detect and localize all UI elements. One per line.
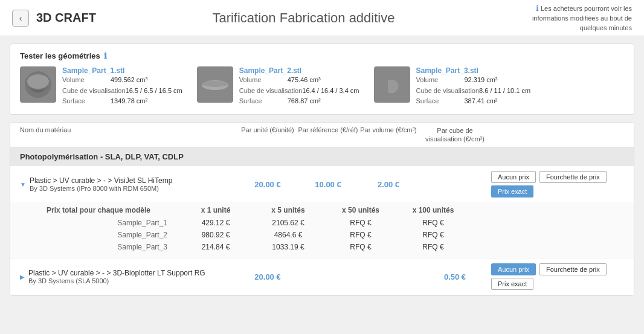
- main-content: Tester les géométries ℹ Sample_Part_1.st…: [0, 36, 644, 303]
- no-price-btn-1[interactable]: Aucun prix: [491, 171, 536, 183]
- expanded-header-1: Prix total pour chaque modèle x 1 unité …: [10, 202, 634, 217]
- subpart-3-x50: RFQ €: [324, 243, 397, 251]
- subpart-1-x5: 2105.62 €: [252, 219, 324, 227]
- subpart-2-x100: RFQ €: [397, 231, 469, 239]
- expanded-row-1-3: Sample_Part_3 214.84 € 1033.19 € RFQ € R…: [10, 241, 634, 253]
- geometry-part-3: Sample_Part_3.stl Volume92.319 cm³ Cube …: [374, 66, 531, 107]
- category-row-1: Photopolymérisation - SLA, DLP, VAT, CDL…: [10, 147, 634, 166]
- exp-col2-header: x 1 unité: [179, 206, 252, 214]
- expand-icon-1[interactable]: ▼: [20, 181, 26, 188]
- part-1-detail: Volume499.562 cm³ Cube de visualisation1…: [62, 75, 182, 107]
- part-2-thumbnail: [197, 66, 233, 103]
- material-1-name: Plastic > UV curable > - > VisiJet SL Hi…: [30, 176, 172, 185]
- material-1-per-volume: 2.00 €: [358, 180, 419, 189]
- geometry-section: Tester les géométries ℹ Sample_Part_1.st…: [10, 43, 634, 115]
- material-2-per-unit: 20.00 €: [237, 272, 298, 281]
- part-1-name[interactable]: Sample_Part_1.stl: [62, 66, 182, 75]
- subpart-2-name: Sample_Part_2: [47, 231, 179, 239]
- header-info: ℹ Les acheteurs pourront voir les inform…: [511, 3, 632, 33]
- no-price-btn-2[interactable]: Aucun prix: [491, 263, 536, 275]
- subpart-2-x5: 4864.6 €: [252, 231, 324, 239]
- app-logo: 3D CRAFT: [36, 11, 96, 25]
- part-2-detail: Volume475.46 cm³ Cube de visualisation16…: [239, 75, 359, 107]
- subpart-2-x50: RFQ €: [324, 231, 397, 239]
- price-range-btn-1[interactable]: Fourchette de prix: [539, 171, 607, 183]
- subpart-1-x100: RFQ €: [397, 219, 469, 227]
- material-2-actions: Aucun prix Fourchette de prix Prix exact: [491, 263, 624, 290]
- exp-col1-header: Prix total pour chaque modèle: [47, 206, 179, 214]
- geometry-part-1: Sample_Part_1.stl Volume499.562 cm³ Cube…: [20, 66, 182, 107]
- col-unit-header: Par unité (€/unité): [237, 126, 298, 144]
- header-info-text: Les acheteurs pourront voir les informat…: [532, 5, 632, 31]
- col-cube-header: Par cube de visualisation (€/cm³): [419, 126, 491, 144]
- part-3-detail: Volume92.319 cm³ Cube de visualisation8.…: [416, 75, 531, 107]
- subpart-3-x5: 1033.19 €: [252, 243, 324, 251]
- info-icon: ℹ: [536, 4, 539, 13]
- subpart-3-name: Sample_Part_3: [47, 243, 179, 251]
- page-title: Tarification Fabrication additive: [212, 10, 394, 26]
- subpart-2-x1: 980.92 €: [179, 231, 252, 239]
- col-ref-header: Par référence (€/réf): [298, 126, 358, 144]
- col-material-header: Nom du matériau: [20, 126, 237, 144]
- material-2-main-row: ▶ Plastic > UV curable > - > 3D-Bioplott…: [10, 259, 634, 295]
- part-3-name[interactable]: Sample_Part_3.stl: [416, 66, 531, 75]
- exp-col5-header: x 100 unités: [397, 206, 469, 214]
- header: ‹ 3D CRAFT Tarification Fabrication addi…: [0, 0, 644, 36]
- geometry-info-icon[interactable]: ℹ: [104, 51, 107, 60]
- subpart-3-x1: 214.84 €: [179, 243, 252, 251]
- exact-price-btn-2[interactable]: Prix exact: [491, 278, 533, 290]
- part-2-name[interactable]: Sample_Part_2.stl: [239, 66, 359, 75]
- material-2-per-cube: 0.50 €: [419, 272, 491, 281]
- subpart-1-x1: 429.12 €: [179, 219, 252, 227]
- material-1-actions: Aucun prix Fourchette de prix Prix exact: [491, 171, 624, 198]
- back-button[interactable]: ‹: [12, 10, 29, 27]
- material-1-subname: By 3D Systems (iPro 8000 with RDM 650M): [30, 185, 172, 192]
- exp-col4-header: x 50 unités: [324, 206, 397, 214]
- material-1-main-row: ▼ Plastic > UV curable > - > VisiJet SL …: [10, 166, 634, 202]
- part-3-thumbnail: [374, 66, 410, 103]
- subpart-1-name: Sample_Part_1: [47, 219, 179, 227]
- pricing-table: Nom du matériau Par unité (€/unité) Par …: [10, 122, 634, 297]
- col-volume-header: Par volume (€/cm³): [358, 126, 419, 144]
- exp-col3-header: x 5 unités: [252, 206, 324, 214]
- part-3-info: Sample_Part_3.stl Volume92.319 cm³ Cube …: [416, 66, 531, 107]
- svg-point-1: [27, 74, 49, 89]
- material-2-subname: By 3D Systems (SLA 5000): [28, 277, 205, 284]
- expanded-row-1-1: Sample_Part_1 429.12 € 2105.62 € RFQ € R…: [10, 217, 634, 229]
- svg-point-4: [202, 81, 228, 87]
- part-1-thumbnail: [20, 66, 56, 103]
- material-1-expanded: Prix total pour chaque modèle x 1 unité …: [10, 202, 634, 258]
- part-1-info: Sample_Part_1.stl Volume499.562 cm³ Cube…: [62, 66, 182, 107]
- exact-price-btn-1[interactable]: Prix exact: [491, 185, 533, 198]
- geometry-section-label: Tester les géométries: [20, 51, 100, 60]
- material-1-per-ref: 10.00 €: [298, 180, 358, 189]
- subpart-1-x50: RFQ €: [324, 219, 397, 227]
- material-2-name: Plastic > UV curable > - > 3D-Bioplotter…: [28, 269, 205, 277]
- geometry-part-2: Sample_Part_2.stl Volume475.46 cm³ Cube …: [197, 66, 359, 107]
- table-header-row: Nom du matériau Par unité (€/unité) Par …: [10, 123, 634, 148]
- subpart-3-x100: RFQ €: [397, 243, 469, 251]
- expand-icon-2[interactable]: ▶: [20, 274, 25, 280]
- part-2-info: Sample_Part_2.stl Volume475.46 cm³ Cube …: [239, 66, 359, 107]
- expanded-row-1-2: Sample_Part_2 980.92 € 4864.6 € RFQ € RF…: [10, 229, 634, 241]
- price-range-btn-2[interactable]: Fourchette de prix: [539, 263, 607, 275]
- material-row-2: ▶ Plastic > UV curable > - > 3D-Bioplott…: [10, 259, 634, 295]
- geometry-title: Tester les géométries ℹ: [20, 51, 624, 60]
- header-left: ‹ 3D CRAFT: [12, 10, 96, 27]
- material-1-per-unit: 20.00 €: [237, 180, 298, 189]
- material-row-1: ▼ Plastic > UV curable > - > VisiJet SL …: [10, 166, 634, 259]
- geometry-parts: Sample_Part_1.stl Volume499.562 cm³ Cube…: [20, 66, 624, 107]
